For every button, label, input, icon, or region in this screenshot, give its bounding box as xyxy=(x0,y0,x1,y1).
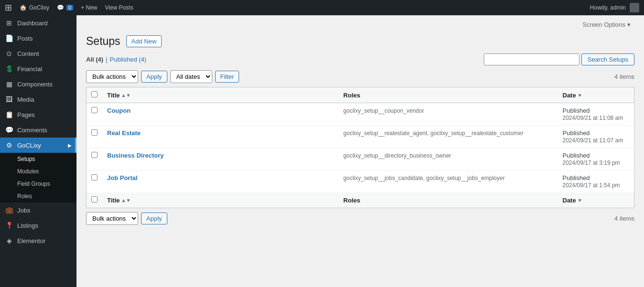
wp-logo[interactable]: ⊞ xyxy=(5,2,12,13)
sidebar-item-media[interactable]: 🖼 Media xyxy=(0,92,76,107)
row-title-link[interactable]: Job Portal xyxy=(107,174,138,181)
posts-icon: 📄 xyxy=(5,34,13,42)
search-button[interactable]: Search Setups xyxy=(581,53,634,65)
sidebar-item-content[interactable]: ⊙ Content xyxy=(0,46,76,61)
filter-button[interactable]: Filter xyxy=(215,71,240,83)
main-layout: ⊞ Dashboard 📄 Posts ⊙ Content 💲 Financia… xyxy=(0,15,644,287)
sidebar-item-components[interactable]: ▦ Components xyxy=(0,76,76,92)
row-checkbox[interactable] xyxy=(91,152,98,158)
row-date-detail: 2024/09/17 at 1:54 pm xyxy=(563,182,620,189)
col-header-title: Title ▲▼ xyxy=(102,87,338,103)
row-title-cell: Real Estate xyxy=(102,126,338,148)
sort-title-link-bottom[interactable]: Title ▲▼ xyxy=(107,197,334,204)
row-roles-cell: goclixy_setup__realestate_agent, goclixy… xyxy=(338,126,557,148)
sidebar-subitem-modules[interactable]: Modules xyxy=(0,165,76,178)
sidebar-item-posts[interactable]: 📄 Posts xyxy=(0,31,76,46)
apply-button-bottom[interactable]: Apply xyxy=(141,213,167,224)
row-date-status: Published xyxy=(563,107,590,114)
admin-topbar: ⊞ 🏠 GoClixy 💬 0 + New View Posts Howdy, … xyxy=(0,0,644,15)
table-body: Coupon goclixy_setup__coupon_vendor Publ… xyxy=(87,103,634,193)
pages-icon: 📋 xyxy=(5,111,13,118)
sidebar-item-financial[interactable]: 💲 Financial xyxy=(0,61,76,76)
components-icon: ▦ xyxy=(5,80,13,88)
filter-sep: | xyxy=(106,56,107,63)
row-checkbox[interactable] xyxy=(91,174,98,181)
row-roles-cell: goclixy_setup__directory_business_owner xyxy=(338,148,557,170)
row-date-detail: 2024/09/17 at 3:19 pm xyxy=(563,159,620,166)
row-checkbox-cell xyxy=(87,170,103,193)
sort-date-icon-bottom: ▼ xyxy=(578,198,582,203)
select-all-checkbox-bottom[interactable] xyxy=(91,196,98,202)
chevron-down-icon: ▾ xyxy=(627,21,631,28)
site-name-link[interactable]: 🏠 GoClixy xyxy=(20,4,49,11)
select-all-checkbox-top[interactable] xyxy=(91,91,98,97)
row-checkbox-cell xyxy=(87,148,103,170)
sort-date-link[interactable]: Date ▼ xyxy=(563,92,630,99)
row-title-cell: Job Portal xyxy=(102,170,338,193)
sort-title-link[interactable]: Title ▲▼ xyxy=(107,92,334,99)
setups-table: Title ▲▼ Roles Date ▼ xyxy=(86,87,634,208)
items-count-bottom: 4 items xyxy=(614,215,634,222)
comments-link[interactable]: 💬 0 xyxy=(57,4,73,11)
row-date-status: Published xyxy=(563,129,590,137)
sort-title-icon-bottom: ▲▼ xyxy=(121,198,131,203)
financial-icon: 💲 xyxy=(5,65,13,73)
dates-select[interactable]: All dates xyxy=(170,70,212,83)
row-checkbox[interactable] xyxy=(91,107,98,113)
row-checkbox-cell xyxy=(87,126,103,148)
page-title: Setups xyxy=(86,35,120,48)
sort-date-icon: ▼ xyxy=(578,93,582,98)
listings-icon: 📍 xyxy=(5,222,13,229)
col-header-date: Date ▼ xyxy=(558,87,634,103)
bulk-actions-select-bottom[interactable]: Bulk actions xyxy=(86,212,138,225)
sidebar-subitem-field-groups[interactable]: Field Groups xyxy=(0,178,76,190)
sort-date-link-bottom[interactable]: Date ▼ xyxy=(563,197,630,204)
sidebar-item-elementor[interactable]: ◈ Elementor xyxy=(0,233,76,248)
sidebar-item-goclixy[interactable]: ⚙ GoCLixy ▶ xyxy=(0,138,76,153)
col-header-checkbox xyxy=(87,87,103,103)
comments-nav-icon: 💬 xyxy=(5,126,13,134)
media-icon: 🖼 xyxy=(5,96,13,103)
sidebar-item-pages[interactable]: 📋 Pages xyxy=(0,107,76,122)
screen-options-button[interactable]: Screen Options ▾ xyxy=(579,19,634,30)
bulk-actions-select-top[interactable]: Bulk actions xyxy=(86,70,138,83)
row-date-detail: 2024/09/21 at 11:08 am xyxy=(563,115,623,121)
row-checkbox-cell xyxy=(87,103,103,126)
table-actions-top: Bulk actions Apply All dates Filter 4 it… xyxy=(86,70,634,83)
row-title-link[interactable]: Real Estate xyxy=(107,129,141,137)
row-roles: goclixy_setup__coupon_vendor xyxy=(343,107,424,114)
wp-logo-icon: ⊞ xyxy=(5,2,12,13)
search-input[interactable] xyxy=(484,53,579,65)
view-posts-link[interactable]: View Posts xyxy=(105,4,133,11)
admin-avatar[interactable] xyxy=(630,3,639,12)
new-content-link[interactable]: + New xyxy=(81,4,97,11)
row-roles: goclixy_setup__directory_business_owner xyxy=(343,152,451,159)
row-date-cell: Published 2024/09/21 at 11:07 am xyxy=(558,126,634,148)
row-title-cell: Business Directory xyxy=(102,148,338,170)
row-title-link[interactable]: Coupon xyxy=(107,107,131,114)
row-title-link[interactable]: Business Directory xyxy=(107,152,164,159)
home-icon: 🏠 xyxy=(20,4,27,11)
sidebar: ⊞ Dashboard 📄 Posts ⊙ Content 💲 Financia… xyxy=(0,15,76,287)
add-new-button[interactable]: Add New xyxy=(126,35,162,47)
dashboard-icon: ⊞ xyxy=(5,19,13,27)
apply-button-top[interactable]: Apply xyxy=(141,71,167,83)
main-content: Screen Options ▾ Setups Add New All (4) … xyxy=(76,15,644,287)
howdy-text: Howdy, admin xyxy=(590,4,626,11)
sidebar-subitem-setups[interactable]: Setups xyxy=(0,153,76,165)
col-footer-checkbox xyxy=(87,192,103,208)
table-actions-bottom: Bulk actions Apply 4 items xyxy=(86,212,634,225)
filter-published[interactable]: Published (4) xyxy=(110,56,147,63)
table-row: Real Estate goclixy_setup__realestate_ag… xyxy=(87,126,634,148)
row-roles: goclixy_setup__jobs_candidate, goclixy_s… xyxy=(343,175,505,181)
row-checkbox[interactable] xyxy=(91,129,98,136)
sidebar-item-dashboard[interactable]: ⊞ Dashboard xyxy=(0,15,76,31)
sidebar-subitem-roles[interactable]: Roles xyxy=(0,190,76,202)
goclixy-icon: ⚙ xyxy=(5,141,13,149)
sidebar-item-listings[interactable]: 📍 Listings xyxy=(0,218,76,233)
chevron-right-icon: ▶ xyxy=(68,143,72,148)
sidebar-item-comments[interactable]: 💬 Comments xyxy=(0,122,76,138)
row-date-cell: Published 2024/09/17 at 3:19 pm xyxy=(558,148,634,170)
sidebar-item-jobs[interactable]: 💼 Jobs xyxy=(0,202,76,218)
filter-all[interactable]: All (4) xyxy=(86,56,103,63)
